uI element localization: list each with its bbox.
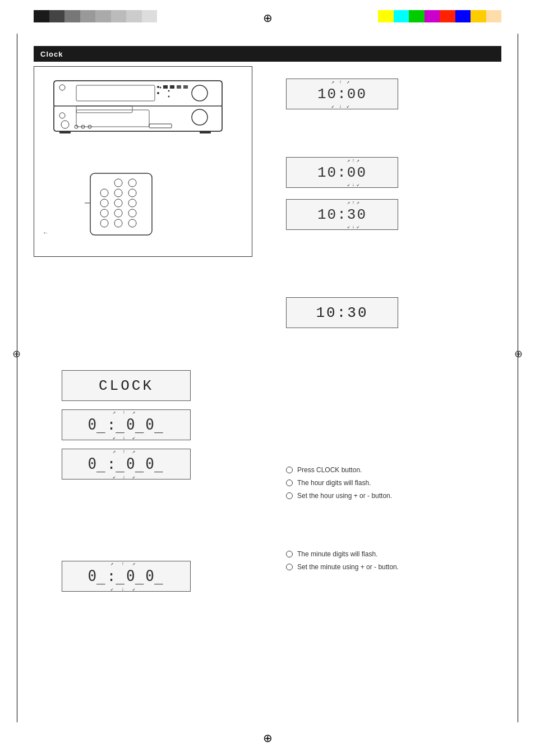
crosshair-bottom-icon: ⊕ xyxy=(262,732,273,744)
svg-point-35 xyxy=(100,209,108,217)
blink-display-2: ↗↑↗ 0̲:̲0̲0̲ ↙↓↙ xyxy=(62,449,191,480)
clock-label-display: CLOCK xyxy=(62,370,191,401)
svg-rect-8 xyxy=(163,85,168,89)
svg-point-6 xyxy=(59,85,65,90)
svg-point-40 xyxy=(128,219,136,227)
svg-point-5 xyxy=(192,109,207,125)
bullet-item-1: Press CLOCK button. xyxy=(286,465,499,475)
svg-point-25 xyxy=(168,96,170,98)
svg-point-34 xyxy=(128,199,136,207)
device-illustration-box: ← xyxy=(34,66,252,257)
remote-unit-svg xyxy=(85,170,158,238)
crosshair-top-icon: ⊕ xyxy=(262,12,273,24)
bullet-group-1: Press CLOCK button. The hour digits will… xyxy=(286,465,499,504)
svg-point-31 xyxy=(128,189,136,197)
svg-point-7 xyxy=(59,113,65,118)
bullet-text-5: Set the minute using + or - button. xyxy=(297,563,399,572)
svg-rect-20 xyxy=(149,124,172,128)
section-header-text: Clock xyxy=(40,50,63,58)
svg-point-30 xyxy=(114,189,122,197)
bullet-text-4: The minute digits will flash. xyxy=(297,550,377,559)
blink-display-1: ↗↑↗ 0̲:̲0̲0̲ ↙↓↙ xyxy=(62,409,191,440)
svg-rect-3 xyxy=(76,106,132,113)
svg-rect-10 xyxy=(177,85,181,89)
clock-label-text: CLOCK xyxy=(99,377,154,394)
svg-rect-2 xyxy=(76,85,155,101)
bullet-text-3: Set the hour using + or - button. xyxy=(297,491,392,501)
display-10-30-final-text: 10:30 xyxy=(316,305,368,321)
svg-point-39 xyxy=(114,219,122,227)
remote-arrow-label: ← xyxy=(43,229,48,236)
svg-point-38 xyxy=(100,219,108,227)
crosshair-right-mid: ⊕ xyxy=(514,348,523,360)
bullet-item-4: The minute digits will flash. xyxy=(286,550,499,559)
svg-point-36 xyxy=(114,209,122,217)
bullet-circle-5 xyxy=(286,564,293,570)
bullet-text-1: Press CLOCK button. xyxy=(297,465,362,475)
svg-rect-11 xyxy=(183,85,188,89)
svg-point-28 xyxy=(128,179,136,187)
bullet-circle-3 xyxy=(286,492,293,499)
svg-point-16 xyxy=(61,121,69,128)
bullet-item-5: Set the minute using + or - button. xyxy=(286,563,499,572)
svg-point-13 xyxy=(157,92,159,94)
svg-point-32 xyxy=(100,199,108,207)
bullet-text-2: The hour digits will flash. xyxy=(297,478,371,488)
color-bar-right xyxy=(378,10,501,22)
display-10-30-final: 10:30 xyxy=(286,297,398,328)
svg-point-33 xyxy=(114,199,122,207)
crosshair-left-mid: ⊕ xyxy=(12,348,21,360)
svg-point-4 xyxy=(192,85,207,101)
section-header: Clock xyxy=(34,46,501,62)
bullet-circle-1 xyxy=(286,467,293,473)
svg-point-23 xyxy=(160,87,162,89)
svg-point-24 xyxy=(168,90,170,92)
display-10-30-text: 10:30 xyxy=(317,206,367,223)
svg-point-29 xyxy=(100,189,108,197)
bullet-circle-4 xyxy=(286,551,293,557)
display-10-00-arrows: ↗↑↗ 10:00 ↙↓↙ xyxy=(286,79,398,109)
bullet-group-2: The minute digits will flash. Set the mi… xyxy=(286,550,499,575)
blink-display-3: ↗↑↗ 0̲:̲0̲0̲ ↙↓↙ xyxy=(62,561,191,592)
svg-point-37 xyxy=(128,209,136,217)
bullet-circle-2 xyxy=(286,480,293,486)
bullet-item-2: The hour digits will flash. xyxy=(286,478,499,488)
svg-point-12 xyxy=(157,86,159,88)
display-10-30-arrows: ↗↑↗ 10:30 ↙↓↙ xyxy=(286,199,398,230)
svg-point-27 xyxy=(114,179,122,187)
color-bar-left xyxy=(34,10,157,22)
stereo-unit-svg xyxy=(48,75,228,176)
border-right xyxy=(518,34,518,722)
display-10-00-text: 10:00 xyxy=(317,86,367,103)
svg-rect-1 xyxy=(54,81,222,106)
display-10-00-min-arrows: ↗↑↗ 10:00 ↙↓↙ xyxy=(286,157,398,188)
border-left xyxy=(17,34,17,722)
display-10-00-min-text: 10:00 xyxy=(317,164,367,181)
blink-seg-1: 0̲:̲0̲0̲ xyxy=(87,416,164,434)
svg-rect-21 xyxy=(59,131,71,133)
svg-rect-22 xyxy=(200,131,211,133)
blink-seg-3: 0̲:̲0̲0̲ xyxy=(87,568,164,586)
blink-seg-2: 0̲:̲0̲0̲ xyxy=(87,455,164,473)
bullet-item-3: Set the hour using + or - button. xyxy=(286,491,499,501)
svg-rect-9 xyxy=(170,85,174,89)
